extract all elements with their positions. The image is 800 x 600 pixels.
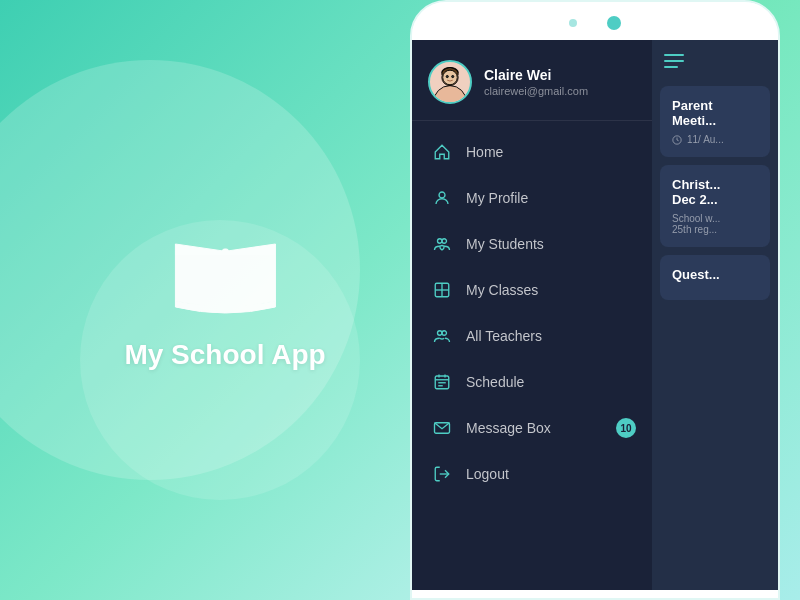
user-name: Claire Wei (484, 67, 636, 83)
card-body-2: School w...25th reg... (672, 213, 758, 235)
nav-label-my-classes: My Classes (466, 282, 538, 298)
sidebar-item-schedule[interactable]: Schedule (412, 359, 652, 405)
card-quest[interactable]: Quest... (660, 255, 770, 300)
svg-point-6 (452, 75, 454, 77)
nav-label-my-students: My Students (466, 236, 544, 252)
card-parent-meeting[interactable]: ParentMeeti... 11/ Au... (660, 86, 770, 157)
svg-point-7 (439, 192, 445, 198)
logout-icon (432, 464, 452, 484)
sidebar-item-my-profile[interactable]: My Profile (412, 175, 652, 221)
message-badge: 10 (616, 418, 636, 438)
cards-area: ParentMeeti... 11/ Au... Christ...Dec 2.… (652, 82, 778, 304)
students-icon (432, 234, 452, 254)
phone-top-bar (412, 2, 778, 40)
card-title-3: Quest... (672, 267, 758, 282)
card-title-2: Christ...Dec 2... (672, 177, 758, 207)
sidebar-item-all-teachers[interactable]: All Teachers (412, 313, 652, 359)
app-branding: My School App (124, 229, 325, 371)
nav-label-schedule: Schedule (466, 374, 524, 390)
svg-point-4 (443, 70, 458, 85)
svg-point-1 (434, 86, 467, 104)
schedule-icon (432, 372, 452, 392)
hamburger-menu[interactable] (652, 40, 778, 82)
nav-label-logout: Logout (466, 466, 509, 482)
card-meta: 11/ Au... (672, 134, 758, 145)
sidebar-item-my-students[interactable]: My Students (412, 221, 652, 267)
user-info: Claire Wei clairewei@gmail.com (484, 67, 636, 97)
svg-rect-0 (222, 249, 228, 309)
nav-label-all-teachers: All Teachers (466, 328, 542, 344)
phone-frame: Claire Wei clairewei@gmail.com Home (410, 0, 780, 600)
card-title: ParentMeeti... (672, 98, 758, 128)
phone-device: Claire Wei clairewei@gmail.com Home (380, 0, 800, 600)
svg-point-15 (442, 331, 447, 336)
nav-label-home: Home (466, 144, 503, 160)
user-email: clairewei@gmail.com (484, 85, 636, 97)
card-christmas[interactable]: Christ...Dec 2... School w...25th reg... (660, 165, 770, 247)
phone-dot-small (569, 19, 577, 27)
sidebar: Claire Wei clairewei@gmail.com Home (412, 40, 652, 590)
nav-menu: Home My Profile (412, 121, 652, 590)
app-title: My School App (124, 339, 325, 371)
teachers-icon (432, 326, 452, 346)
book-icon (165, 229, 285, 319)
sidebar-item-logout[interactable]: Logout (412, 451, 652, 497)
message-icon (432, 418, 452, 438)
sidebar-item-my-classes[interactable]: My Classes (412, 267, 652, 313)
sidebar-item-home[interactable]: Home (412, 129, 652, 175)
main-content: ParentMeeti... 11/ Au... Christ...Dec 2.… (652, 40, 778, 590)
nav-label-message-box: Message Box (466, 420, 551, 436)
classes-icon (432, 280, 452, 300)
svg-point-5 (446, 75, 448, 77)
svg-point-9 (442, 239, 447, 244)
sidebar-item-message-box[interactable]: Message Box 10 (412, 405, 652, 451)
phone-content: Claire Wei clairewei@gmail.com Home (412, 40, 778, 590)
avatar (428, 60, 472, 104)
home-icon (432, 142, 452, 162)
phone-dot-camera (607, 16, 621, 30)
profile-icon (432, 188, 452, 208)
user-profile-section: Claire Wei clairewei@gmail.com (412, 40, 652, 121)
nav-label-my-profile: My Profile (466, 190, 528, 206)
